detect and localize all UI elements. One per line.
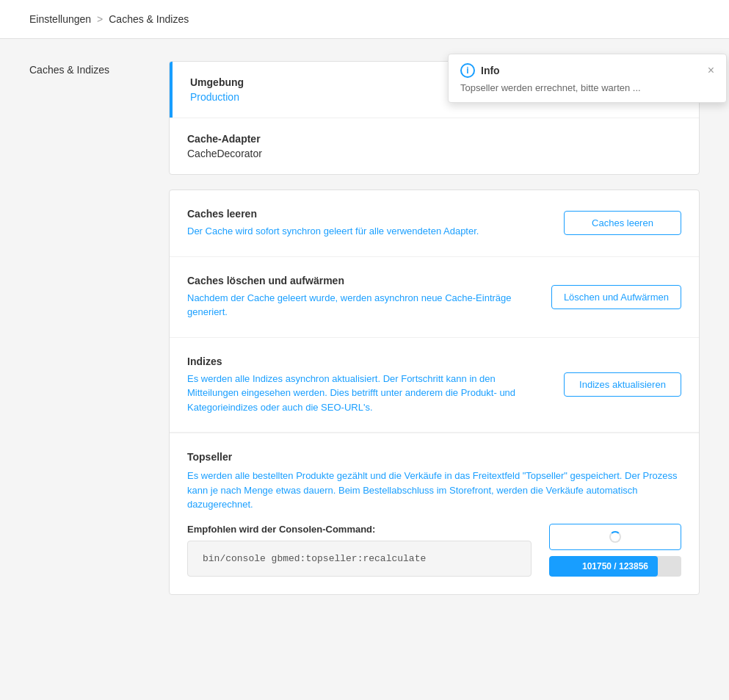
breadcrumb-root[interactable]: Einstellungen [29, 13, 91, 25]
caches-loeschen-info: Caches löschen und aufwärmen Nachdem der… [187, 275, 551, 320]
caches-loeschen-button[interactable]: Löschen und Aufwärmen [551, 285, 681, 309]
caches-leeren-row: Caches leeren Der Cache wird sofort sync… [170, 190, 699, 257]
info-popup-close-button[interactable]: × [708, 65, 714, 76]
topseller-recalculate-button[interactable] [549, 524, 681, 550]
loading-spinner [609, 531, 621, 543]
main-layout: Caches & Indizes i Info × Topseller werd… [0, 39, 729, 617]
caches-loeschen-description: Nachdem der Cache geleert wurde, werden … [187, 291, 534, 320]
caches-leeren-title: Caches leeren [187, 208, 546, 220]
cache-adapter-value: CacheDecorator [187, 148, 681, 159]
info-popup-title: i Info [460, 63, 500, 78]
cache-adapter-label: Cache-Adapter [187, 133, 681, 145]
empfohlen-label: Empfohlen wird der Consolen-Command: [187, 524, 532, 535]
sidebar-label: Caches & Indizes [29, 61, 147, 595]
topseller-bottom: Empfohlen wird der Consolen-Command: bin… [187, 524, 681, 577]
caches-loeschen-row: Caches löschen und aufwärmen Nachdem der… [170, 257, 699, 338]
topseller-description: Es werden alle bestellten Produkte gezäh… [187, 469, 681, 512]
breadcrumb-bar: Einstellungen > Caches & Indizes [0, 0, 729, 39]
topseller-title: Topseller [187, 451, 681, 463]
console-command: bin/console gbmed:topseller:recalculate [187, 541, 532, 577]
info-popup-message: Topseller werden errechnet, bitte warten… [460, 82, 714, 93]
indizes-row: Indizes Es werden alle Indizes asynchron… [170, 338, 699, 433]
topseller-section: Topseller Es werden alle bestellten Prod… [170, 433, 699, 594]
topseller-right: 101750 / 123856 [549, 524, 681, 577]
progress-text: 101750 / 123856 [549, 561, 681, 571]
breadcrumb: Einstellungen > Caches & Indizes [29, 13, 700, 25]
info-popup-title-text: Info [481, 65, 500, 76]
indizes-button[interactable]: Indizes aktualisieren [564, 372, 681, 397]
breadcrumb-separator: > [97, 13, 103, 25]
content-area: i Info × Topseller werden errechnet, bit… [169, 61, 700, 595]
info-icon: i [460, 63, 475, 78]
indizes-description: Es werden alle Indizes asynchron aktuali… [187, 372, 546, 415]
breadcrumb-current: Caches & Indizes [109, 13, 189, 25]
indizes-title: Indizes [187, 356, 546, 367]
info-popup: i Info × Topseller werden errechnet, bit… [448, 54, 727, 103]
actions-card: Caches leeren Der Cache wird sofort sync… [169, 190, 700, 595]
topseller-left: Empfohlen wird der Consolen-Command: bin… [187, 524, 532, 577]
caches-leeren-button[interactable]: Caches leeren [564, 211, 681, 235]
indizes-info: Indizes Es werden alle Indizes asynchron… [187, 356, 564, 415]
info-popup-header: i Info × [460, 63, 714, 78]
caches-loeschen-title: Caches löschen und aufwärmen [187, 275, 534, 286]
caches-leeren-info: Caches leeren Der Cache wird sofort sync… [187, 208, 564, 239]
caches-leeren-description: Der Cache wird sofort synchron geleert f… [187, 224, 546, 239]
cache-adapter-section: Cache-Adapter CacheDecorator [170, 118, 699, 174]
progress-bar-wrapper: 101750 / 123856 [549, 556, 681, 577]
